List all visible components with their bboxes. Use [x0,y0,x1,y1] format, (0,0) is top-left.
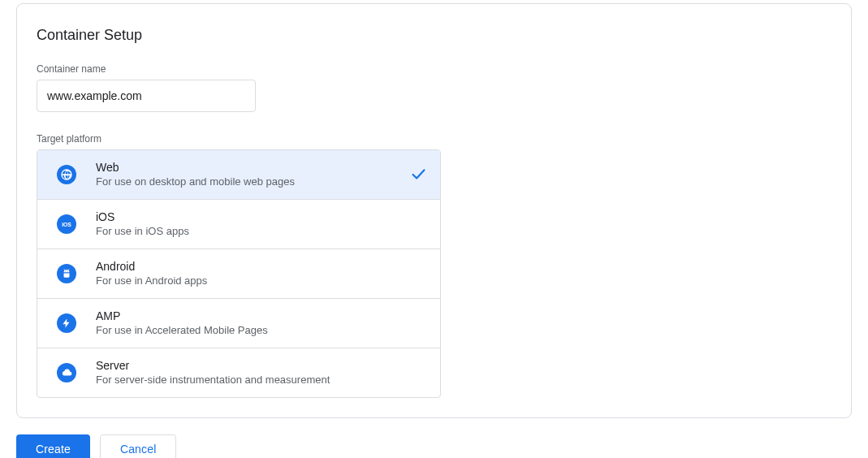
platform-title: AMP [96,309,427,323]
android-icon [57,264,76,283]
checkmark-icon [409,165,427,185]
platform-option-amp[interactable]: AMP For use in Accelerated Mobile Pages [37,299,440,348]
platform-title: Server [96,358,427,373]
platform-text: Android For use in Android apps [96,259,427,288]
container-name-label: Container name [37,63,831,75]
platform-title: Android [96,259,427,274]
platform-option-ios[interactable]: iOS iOS For use in iOS apps [37,200,440,249]
create-button[interactable]: Create [16,434,90,458]
platform-desc: For use on desktop and mobile web pages [96,175,399,189]
ios-icon: iOS [57,214,76,234]
card-title: Container Setup [37,27,831,44]
platform-option-web[interactable]: Web For use on desktop and mobile web pa… [37,150,440,200]
platform-text: iOS For use in iOS apps [96,210,427,239]
platform-text: Server For server-side instrumentation a… [96,358,427,387]
platform-desc: For use in iOS apps [96,224,427,239]
cancel-button[interactable]: Cancel [100,434,176,458]
target-platform-label: Target platform [37,133,831,145]
container-name-input[interactable] [37,80,256,112]
button-row: Create Cancel [0,434,868,458]
platform-text: AMP For use in Accelerated Mobile Pages [96,309,427,338]
globe-icon [57,165,76,184]
svg-text:iOS: iOS [62,222,71,227]
platform-option-server[interactable]: Server For server-side instrumentation a… [37,348,440,397]
platform-text: Web For use on desktop and mobile web pa… [96,160,399,189]
platform-list: Web For use on desktop and mobile web pa… [37,149,441,398]
platform-option-android[interactable]: Android For use in Android apps [37,249,440,299]
server-icon [57,363,76,382]
platform-desc: For use in Accelerated Mobile Pages [96,323,427,338]
platform-desc: For server-side instrumentation and meas… [96,373,427,387]
platform-desc: For use in Android apps [96,274,427,288]
container-setup-card: Container Setup Container name Target pl… [16,3,852,418]
platform-title: Web [96,160,399,175]
platform-title: iOS [96,210,427,224]
amp-icon [57,313,76,333]
